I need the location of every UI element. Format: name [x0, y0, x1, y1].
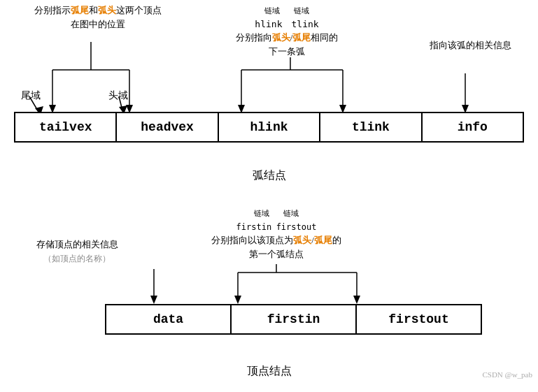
vertex-chain-firstin: 链域	[254, 209, 269, 217]
arc-cell-hlink: hlink	[219, 113, 320, 141]
vertex-mid-annotation: 链域 链域 firstin firstout 分别指向以该顶点为弧头/弧尾的 第…	[203, 206, 350, 261]
arc-tlink-label: tlink	[292, 19, 319, 29]
arc-annot-head: 弧头	[98, 5, 116, 15]
arc-annot-prefix: 分别指示	[34, 5, 71, 15]
arc-right-text: 指向该弧的相关信息	[430, 40, 511, 50]
arc-top-mid-annotation: 链域 链域 hlink tlink 分别指向弧头/弧尾相同的 下一条弧	[206, 3, 367, 58]
arc-chain-hlink-label: 链域	[264, 6, 280, 15]
vertex-firstout-label: firstout	[276, 222, 317, 232]
vertex-node-section: 存储顶点的相关信息 （如顶点的名称） 链域 链域 firstin firstou…	[0, 196, 538, 384]
arc-section-title: 弧结点	[0, 168, 538, 183]
vertex-node-table: data firstin firstout	[105, 304, 482, 335]
vertex-cell-data: data	[106, 305, 232, 333]
arc-annot-tail: 弧尾	[71, 5, 89, 15]
arc-mid-archead: 弧头	[272, 32, 290, 43]
arc-tail-domain-label: 尾域	[21, 89, 41, 102]
arc-mid-line3: 下一条弧	[269, 46, 305, 57]
arc-node-table: tailvex headvex hlink tlink info	[14, 112, 524, 143]
arc-top-left-annotation: 分别指示弧尾和弧头这两个顶点 在图中的位置	[21, 3, 175, 31]
vertex-firstin-label: firstin	[236, 222, 272, 232]
svg-marker-19	[150, 296, 157, 304]
vertex-mid-archead: 弧头	[293, 235, 311, 245]
vertex-mid-line3: 第一个弧结点	[249, 249, 304, 259]
vertex-left-line2: （如顶点的名称）	[43, 254, 111, 263]
vertex-left-line1: 存储顶点的相关信息	[36, 239, 118, 249]
arc-mid-line2: 相同的	[311, 32, 338, 43]
arc-annot-and: 和	[89, 5, 98, 15]
vertex-section-title: 顶点结点	[0, 364, 538, 379]
arc-annot-suffix: 这两个顶点	[116, 5, 162, 15]
arc-mid-arctail: 弧尾	[292, 32, 311, 43]
vertex-left-annotation: 存储顶点的相关信息 （如顶点的名称）	[21, 238, 133, 265]
vertex-chain-firstout: 链域	[283, 209, 299, 217]
arc-head-domain-label: 头域	[108, 89, 128, 102]
arc-hlink-label: hlink	[255, 19, 282, 29]
vertex-mid-line1: 分别指向以该顶点为	[211, 235, 293, 245]
arc-cell-tailvex: tailvex	[15, 113, 117, 141]
arc-cell-info: info	[423, 113, 523, 141]
vertex-cell-firstin: firstin	[232, 305, 357, 333]
arc-cell-tlink: tlink	[320, 113, 422, 141]
svg-marker-23	[234, 296, 241, 304]
svg-marker-25	[353, 296, 360, 304]
vertex-cell-firstout: firstout	[357, 305, 481, 333]
arc-top-right-annotation: 指向该弧的相关信息	[430, 38, 521, 52]
arc-annot-line3: 在图中的位置	[71, 19, 125, 29]
arc-node-section: 分别指示弧尾和弧头这两个顶点 在图中的位置 链域 链域 hlink tlink …	[0, 0, 538, 189]
arc-mid-line1: 分别指向	[236, 32, 272, 43]
vertex-mid-arctail: 弧尾	[314, 235, 332, 245]
arc-cell-headvex: headvex	[117, 113, 218, 141]
arc-chain-tlink-label: 链域	[294, 6, 309, 15]
vertex-mid-line2: 的	[332, 235, 341, 245]
watermark: CSDN @w_pab	[482, 370, 532, 379]
